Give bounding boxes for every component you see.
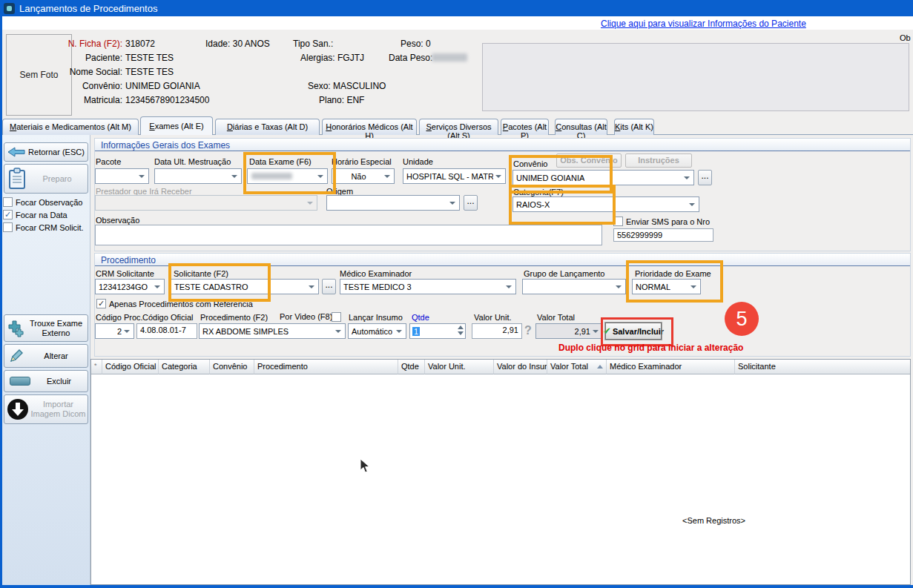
instrucoes-button: Instruções bbox=[625, 153, 692, 168]
codigo-oficial-input[interactable]: 4.08.08.01-7 bbox=[136, 323, 197, 339]
tab-diarias-e-taxas[interactable]: Diárias e Taxas (Alt D) bbox=[215, 119, 320, 135]
matricula-value: 12345678901234500 bbox=[125, 95, 209, 105]
chevron-down-icon bbox=[690, 285, 696, 288]
col-valor-total[interactable]: Valor Total bbox=[547, 360, 607, 374]
origem-more-button[interactable]: ... bbox=[464, 195, 478, 211]
grupo-lancamento-select[interactable] bbox=[522, 279, 626, 294]
help-question-icon: ? bbox=[524, 324, 532, 337]
chevron-down-icon bbox=[139, 175, 145, 178]
procedimento-label: Procedimento (F2) bbox=[200, 313, 268, 322]
categoria-select[interactable]: RAIOS-X bbox=[512, 196, 699, 212]
unidade-select[interactable]: HOSPITAL SQL - MATRIZ bbox=[403, 168, 506, 184]
procedimento-group-title: Procedimento bbox=[101, 255, 156, 265]
dum-select[interactable] bbox=[154, 168, 242, 184]
solicitante-select[interactable]: TESTE CADASTRO bbox=[171, 279, 319, 294]
valor-total-value: 2,91 bbox=[575, 327, 590, 336]
col-valor-unit[interactable]: Valor Unit. bbox=[425, 360, 494, 374]
prioridade-exame-select[interactable]: NORMAL bbox=[632, 279, 701, 294]
observacao-label: Observação bbox=[96, 216, 139, 225]
chevron-down-icon bbox=[154, 285, 160, 288]
col-valor-do-insumo[interactable]: Valor do Insumo bbox=[494, 360, 547, 374]
matricula-label: Matricula: bbox=[33, 95, 122, 105]
tab-materiais-e-medicamentos[interactable]: Materiais e Medicamentos (Alt M) bbox=[2, 119, 139, 135]
alterar-button[interactable]: Alterar bbox=[4, 344, 88, 368]
col-categoria[interactable]: Categoria bbox=[159, 360, 210, 374]
tab-pacotes[interactable]: Pacotes (Alt P) bbox=[501, 119, 549, 135]
convenio-more-button[interactable]: ... bbox=[698, 170, 712, 185]
importar-imagem-dicom-button: Importar Imagem Dicom bbox=[4, 394, 88, 424]
col-solicitante[interactable]: Solicitante bbox=[735, 360, 910, 374]
medico-examinador-select[interactable]: TESTE MEDICO 3 bbox=[340, 279, 516, 294]
apenas-referencia-checkbox[interactable]: ✓ bbox=[96, 299, 106, 308]
alergias-label: Alergias: bbox=[300, 53, 335, 63]
procedimentos-grid[interactable]: * Código Oficial Categoria Convênio Proc… bbox=[90, 359, 911, 585]
solicitante-more-button[interactable]: ... bbox=[322, 279, 336, 294]
minus-bar-icon bbox=[10, 377, 30, 386]
chevron-down-icon bbox=[307, 202, 313, 205]
trouxe-line2: Externo bbox=[42, 328, 70, 337]
patient-info-link[interactable]: Clique aqui para visualizar Informações … bbox=[601, 19, 806, 29]
chevron-down-icon bbox=[124, 330, 130, 333]
trouxe-exame-externo-label: Trouxe Exame Externo bbox=[24, 319, 88, 337]
trouxe-exame-externo-button[interactable]: Trouxe Exame Externo bbox=[4, 314, 88, 342]
lancar-insumo-label: Lançar Insumo bbox=[349, 313, 403, 322]
prioridade-exame-value: NORMAL bbox=[636, 283, 670, 291]
valor-unit-input[interactable]: 2,91 bbox=[472, 323, 522, 339]
peso-value: 0 bbox=[426, 39, 431, 49]
paciente-value: TESTE TES bbox=[125, 53, 174, 63]
qtde-stepper[interactable]: 1 bbox=[409, 323, 466, 339]
grid-header-row: * Código Oficial Categoria Convênio Proc… bbox=[91, 360, 910, 374]
salvar-incluir-button[interactable]: ✔ Salvar/Incluir bbox=[605, 323, 662, 340]
origem-select[interactable] bbox=[326, 195, 460, 211]
grid-select-all-icon[interactable]: * bbox=[91, 360, 102, 374]
pacote-select[interactable] bbox=[95, 168, 149, 184]
alergias-value: FGJTJ bbox=[337, 53, 364, 63]
horario-especial-select[interactable]: Não bbox=[332, 168, 395, 184]
focar-crm-solicit-checkbox[interactable] bbox=[3, 222, 13, 232]
col-procedimento[interactable]: Procedimento bbox=[254, 360, 398, 374]
medico-examinador-label: Médico Examinador bbox=[340, 269, 412, 278]
obs-cut-label: Ob bbox=[900, 33, 911, 42]
focar-observacao-checkbox[interactable] bbox=[3, 197, 13, 207]
unidade-value: HOSPITAL SQL - MATRIZ bbox=[406, 172, 493, 181]
por-video-checkbox[interactable] bbox=[332, 312, 341, 322]
checkmark: ✓ bbox=[4, 210, 11, 219]
retornar-button[interactable]: Retornar (ESC) bbox=[4, 142, 88, 162]
app-icon bbox=[4, 3, 15, 14]
col-codigo-oficial[interactable]: Código Oficial bbox=[102, 360, 159, 374]
tab-kits[interactable]: Kits (Alt K) bbox=[614, 119, 654, 135]
tab-consultas[interactable]: Consultas (Alt C) bbox=[555, 119, 607, 135]
chevron-down-icon bbox=[309, 285, 314, 288]
nome-social-label: Nome Social: bbox=[33, 67, 122, 77]
tab-honorarios-medicos[interactable]: Honorários Médicos (Alt H) bbox=[322, 119, 417, 135]
observacao-input[interactable] bbox=[95, 225, 602, 245]
tab-exames[interactable]: Exames (Alt E) bbox=[140, 116, 213, 135]
codigo-proc-select[interactable]: 2 bbox=[95, 323, 134, 339]
focar-na-data-checkbox[interactable]: ✓ bbox=[3, 210, 13, 219]
crm-solicitante-select[interactable]: 12341234GO bbox=[95, 279, 165, 294]
preparo-label: Preparo bbox=[27, 174, 88, 184]
sms-number-input[interactable]: 5562999999 bbox=[613, 228, 713, 242]
obs-convenio-button: Obs. Convênio bbox=[556, 153, 622, 168]
nome-social-value: TESTE TES bbox=[125, 67, 174, 77]
plano-field: Plano: ENF bbox=[319, 95, 364, 105]
data-exame-redacted-value bbox=[251, 173, 292, 179]
codigo-proc-value: 2 bbox=[117, 327, 122, 336]
convenio-select[interactable]: UNIMED GOIANIA bbox=[512, 170, 694, 185]
horario-especial-label: Horário Especial bbox=[332, 157, 392, 166]
tab-servicos-diversos[interactable]: Serviços Diversos (Alt S) bbox=[419, 119, 498, 135]
stepper-arrows[interactable] bbox=[458, 326, 464, 335]
enviar-sms-checkbox[interactable] bbox=[613, 217, 623, 226]
alergias-field: Alergias: FGJTJ bbox=[300, 53, 364, 63]
lancar-insumo-select[interactable]: Automático bbox=[348, 323, 406, 339]
col-medico-examinador[interactable]: Médico Examinador bbox=[607, 360, 735, 374]
window-title: Lançamentos de Procedimentos bbox=[19, 3, 157, 14]
qtde-value: 1 bbox=[412, 327, 420, 336]
sort-asc-icon bbox=[597, 365, 603, 369]
procedimento-select[interactable]: RX ABDOME SIMPLES bbox=[199, 323, 346, 339]
excluir-button[interactable]: Excluir bbox=[4, 370, 88, 392]
codigo-oficial-label: Código Oficial bbox=[142, 313, 193, 322]
chevron-down-icon bbox=[506, 285, 512, 288]
col-qtde[interactable]: Qtde bbox=[398, 360, 425, 374]
col-convenio[interactable]: Convênio bbox=[210, 360, 254, 374]
